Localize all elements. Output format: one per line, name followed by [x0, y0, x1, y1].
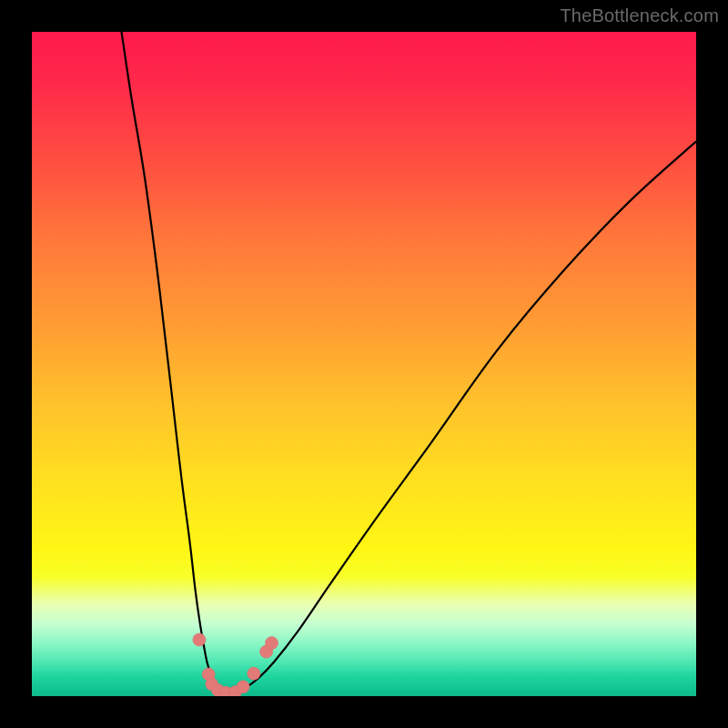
bottleneck-curve	[32, 32, 696, 696]
data-point	[248, 667, 260, 680]
data-point	[266, 637, 278, 650]
scatter-dots	[193, 633, 278, 696]
data-point	[193, 633, 206, 646]
watermark-text: TheBottleneck.com	[560, 5, 719, 26]
chart-frame: TheBottleneck.com	[0, 0, 728, 728]
data-point	[237, 681, 249, 693]
curve-lines	[122, 32, 696, 694]
plot-area	[32, 32, 696, 696]
